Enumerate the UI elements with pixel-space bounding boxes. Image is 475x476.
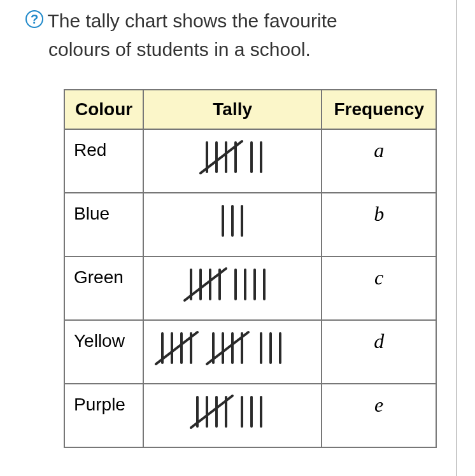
header-tally: Tally	[143, 90, 322, 129]
colour-cell-blue: Blue	[64, 193, 143, 256]
tally-marks-icon	[169, 262, 296, 307]
tally-cell-red	[143, 129, 322, 193]
table-row: Green c	[64, 256, 436, 320]
table-row: Yellow	[64, 320, 436, 384]
table-header-row: Colour Tally Frequency	[64, 90, 436, 129]
colour-cell-red: Red	[64, 129, 143, 193]
frequency-cell-green: c	[322, 256, 436, 320]
page-divider	[456, 0, 457, 476]
question-text-line1: The tally chart shows the favourite	[47, 10, 337, 31]
colour-cell-purple: Purple	[64, 384, 143, 447]
header-colour: Colour	[64, 90, 143, 129]
frequency-cell-red: a	[322, 129, 436, 193]
table-row: Blue b	[64, 193, 436, 256]
tally-marks-icon	[181, 199, 283, 243]
table-row: Purple e	[64, 384, 436, 447]
tally-marks-icon	[181, 135, 283, 179]
header-frequency: Frequency	[322, 90, 436, 129]
tally-cell-blue	[143, 193, 322, 256]
table-row: Red a	[64, 129, 436, 193]
frequency-cell-blue: b	[322, 193, 436, 256]
tally-cell-yellow	[143, 320, 322, 384]
frequency-cell-purple: e	[322, 384, 436, 447]
tally-marks-icon	[175, 389, 290, 434]
frequency-cell-yellow: d	[322, 320, 436, 384]
tally-marks-icon	[150, 326, 315, 370]
tally-cell-green	[143, 256, 322, 320]
tally-cell-purple	[143, 384, 322, 447]
question-block: ? The tally chart shows the favourite co…	[25, 6, 450, 64]
colour-cell-green: Green	[64, 256, 143, 320]
help-icon[interactable]: ?	[25, 10, 43, 28]
tally-table: Colour Tally Frequency Red a	[64, 89, 437, 448]
colour-cell-yellow: Yellow	[64, 320, 143, 384]
question-text-line2: colours of students in a school.	[48, 39, 311, 60]
